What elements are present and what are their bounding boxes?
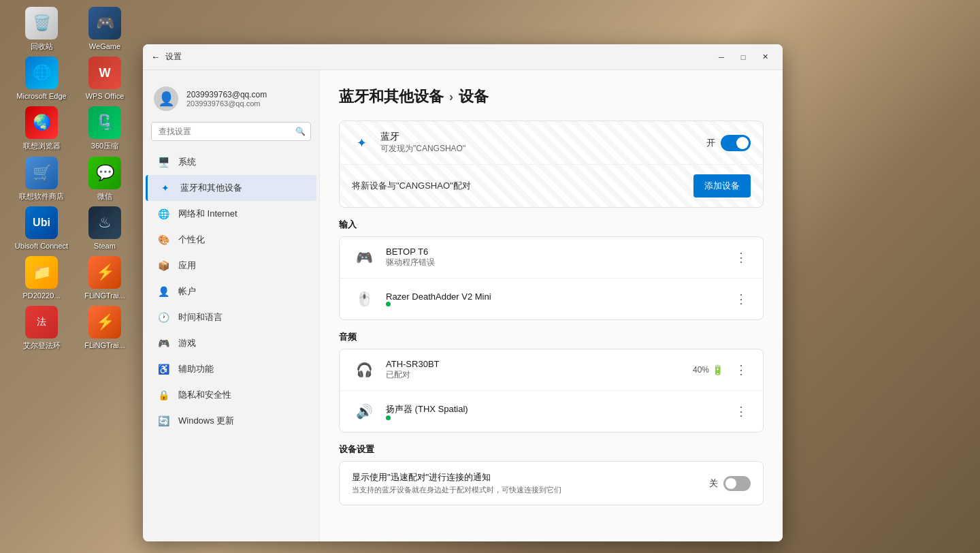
desktop-icon-wegame[interactable]: 🎮 WeGame — [76, 7, 134, 51]
betop-more-button[interactable]: ⋮ — [732, 248, 751, 267]
nav-item-accessibility[interactable]: ♿ 辅助功能 — [146, 356, 316, 382]
ubisoft-label: Ubisoft Connect — [15, 242, 68, 251]
input-devices-card: 🎮 BETOP T6 驱动程序错误 ⋮ 🖱️ Razer — [339, 236, 764, 320]
desktop-icon-steam[interactable]: ♨ Steam — [76, 206, 134, 251]
steam-icon: ♨ — [88, 206, 121, 239]
desktop-icon-lenovo-browser[interactable]: 🌏 联想浏览器 — [13, 106, 71, 151]
nav-item-personalize[interactable]: 🎨 个性化 — [146, 227, 316, 253]
betop-info: BETOP T6 驱动程序错误 — [386, 247, 732, 268]
personalize-icon: 🎨 — [157, 233, 170, 247]
fast-pair-title: 显示使用"迅速配对"进行连接的通知 — [352, 471, 709, 484]
fling1-icon: ⚡ — [88, 256, 121, 289]
desktop-icon-lssw[interactable]: 🛒 联想软件商店 — [13, 157, 71, 201]
nav-item-windows-update[interactable]: 🔄 Windows 更新 — [146, 408, 316, 434]
betop-status-text: 驱动程序错误 — [386, 257, 435, 268]
pdf-label: 艾尔登法环 — [23, 341, 61, 350]
search-box[interactable]: 🔍 — [151, 122, 311, 141]
bluetooth-toggle[interactable] — [721, 135, 751, 151]
folder-icon: 📁 — [25, 256, 58, 289]
user-profile[interactable]: 👤 2039939763@qq.com 2039939763@qq.com — [143, 81, 319, 122]
input-section-title: 输入 — [339, 219, 764, 231]
pdf-icon: 法 — [25, 306, 58, 338]
device-item-speaker[interactable]: 🔊 扬声器 (THX Spatial) ⋮ — [340, 391, 763, 432]
settings-nav: 🖥️ 系统 ✦ 蓝牙和其他设备 🌐 网络和 Internet 🎨 个性化 — [143, 149, 319, 434]
privacy-icon: 🔒 — [157, 388, 170, 402]
nav-item-accounts[interactable]: 👤 帐户 — [146, 279, 316, 304]
user-email-sub: 2039939763@qq.com — [186, 99, 267, 108]
nav-label-bluetooth: 蓝牙和其他设备 — [180, 182, 242, 194]
desktop-icon-360[interactable]: 🗜️ 360压缩 — [76, 106, 134, 151]
fast-pair-toggle[interactable] — [723, 476, 751, 491]
user-avatar: 👤 — [154, 86, 178, 111]
desktop-icon-wps[interactable]: W WPS Office — [76, 57, 134, 101]
fast-pair-toggle-label: 关 — [709, 477, 718, 490]
device-item-betop[interactable]: 🎮 BETOP T6 驱动程序错误 ⋮ — [340, 237, 763, 279]
speaker-more-button[interactable]: ⋮ — [732, 402, 751, 421]
360-label: 360压缩 — [91, 142, 118, 151]
minimize-button[interactable]: ─ — [712, 50, 731, 65]
user-email: 2039939763@qq.com — [186, 90, 267, 99]
wegame-label: WeGame — [89, 42, 120, 51]
ath-battery-text: 40% — [693, 365, 709, 375]
desktop-icon-recycle[interactable]: 🗑️ 回收站 — [13, 7, 71, 51]
speaker-name: 扬声器 (THX Spatial) — [386, 403, 732, 415]
close-button[interactable]: ✕ — [755, 50, 774, 65]
razer-status — [386, 302, 732, 306]
desktop-icon-wechat[interactable]: 💬 微信 — [76, 157, 134, 201]
nav-label-time: 时间和语言 — [178, 311, 223, 323]
desktop-icon-fling2[interactable]: ⚡ FLiNGTrai... — [76, 306, 134, 350]
nav-item-time[interactable]: 🕐 时间和语言 — [146, 304, 316, 330]
desktop: 🗑️ 回收站 🎮 WeGame 🌐 Microsoft Edge W WPS O… — [0, 0, 980, 553]
ath-battery: 40% 🔋 — [693, 364, 723, 375]
nav-label-apps: 应用 — [178, 259, 196, 272]
accessibility-icon: ♿ — [157, 362, 170, 376]
fling2-label: FLiNGTrai... — [84, 341, 125, 350]
bluetooth-toggle-label: 开 — [706, 137, 715, 149]
ath-more-button[interactable]: ⋮ — [732, 360, 751, 379]
fast-pair-info: 显示使用"迅速配对"进行连接的通知 当支持的蓝牙设备就在身边处于配对模式时，可快… — [352, 471, 709, 495]
bluetooth-card: ✦ 蓝牙 可发现为"CANGSHAO" 开 将新设备与"CANGSHAO"配对 … — [339, 121, 764, 208]
nav-label-accounts: 帐户 — [178, 285, 196, 298]
nav-item-network[interactable]: 🌐 网络和 Internet — [146, 201, 316, 227]
breadcrumb-separator: › — [449, 90, 453, 104]
betop-icon: 🎮 — [352, 245, 376, 270]
edge-label: Microsoft Edge — [16, 92, 66, 101]
bluetooth-toggle-area: 开 — [706, 135, 751, 151]
network-icon: 🌐 — [157, 207, 170, 221]
razer-info: Razer DeathAdder V2 Mini — [386, 291, 732, 306]
bluetooth-nav-icon: ✦ — [159, 181, 172, 195]
wegame-icon: 🎮 — [88, 7, 121, 40]
edge-icon: 🌐 — [25, 57, 58, 89]
search-input[interactable] — [151, 122, 311, 141]
nav-item-system[interactable]: 🖥️ 系统 — [146, 149, 316, 175]
desktop-icon-pd[interactable]: 📁 PD20220... — [13, 256, 71, 300]
breadcrumb-parent: 蓝牙和其他设备 — [339, 86, 444, 107]
settings-sidebar: 👤 2039939763@qq.com 2039939763@qq.com 🔍 … — [143, 70, 320, 541]
device-item-razer[interactable]: 🖱️ Razer DeathAdder V2 Mini ⋮ — [340, 279, 763, 319]
nav-item-gaming[interactable]: 🎮 游戏 — [146, 330, 316, 356]
audio-section-title: 音频 — [339, 331, 764, 343]
fling1-label: FLiNGTrai... — [84, 291, 125, 300]
maximize-button[interactable]: □ — [734, 50, 753, 65]
desktop-icon-edge[interactable]: 🌐 Microsoft Edge — [13, 57, 71, 101]
desktop-icon-pdf[interactable]: 法 艾尔登法环 — [13, 306, 71, 350]
razer-more-button[interactable]: ⋮ — [732, 289, 751, 309]
recycle-label: 回收站 — [31, 42, 53, 51]
fast-pair-desc: 当支持的蓝牙设备就在身边处于配对模式时，可快速连接到它们 — [352, 485, 709, 495]
search-icon: 🔍 — [295, 127, 306, 136]
desktop-icon-fling1[interactable]: ⚡ FLiNGTrai... — [76, 256, 134, 300]
gaming-icon: 🎮 — [157, 336, 170, 350]
breadcrumb: 蓝牙和其他设备 › 设备 — [339, 86, 764, 107]
settings-window: ← 设置 ─ □ ✕ 👤 2039939763@qq.com 203993976… — [143, 44, 783, 541]
device-item-ath[interactable]: 🎧 ATH-SR30BT 已配对 40% 🔋 ⋮ — [340, 349, 763, 391]
battery-icon: 🔋 — [712, 364, 723, 375]
wechat-label: 微信 — [97, 192, 112, 201]
bluetooth-title: 蓝牙 — [380, 131, 706, 143]
ath-status-text: 已配对 — [386, 369, 410, 381]
nav-item-privacy[interactable]: 🔒 隐私和安全性 — [146, 382, 316, 408]
nav-item-bluetooth[interactable]: ✦ 蓝牙和其他设备 — [146, 175, 316, 201]
nav-label-windows-update: Windows 更新 — [178, 415, 234, 427]
nav-item-apps[interactable]: 📦 应用 — [146, 253, 316, 279]
desktop-icon-ubisoft[interactable]: Ubi Ubisoft Connect — [13, 206, 71, 251]
add-device-button[interactable]: 添加设备 — [693, 174, 751, 198]
